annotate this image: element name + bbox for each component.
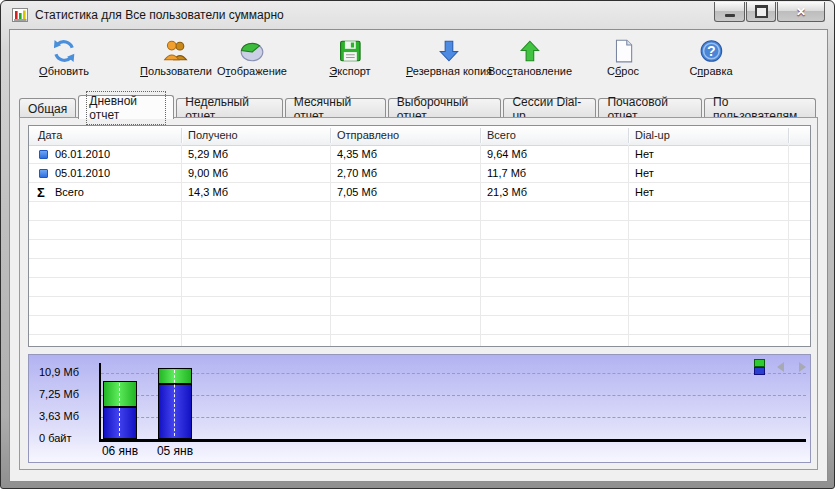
table-header: Дата Получено Отправлено Всего Dial-up xyxy=(29,126,810,146)
chart-gridline xyxy=(101,373,806,374)
cell-received: 14,3 Мб xyxy=(188,183,228,202)
cell-sent: 7,05 Мб xyxy=(337,183,377,202)
y-tick-label: 10,9 Мб xyxy=(39,366,99,378)
toolbar-label: Восстановление xyxy=(488,65,572,77)
toolbar-label: Пользователи xyxy=(140,65,212,77)
app-window: Статистика для Все пользователи суммарно… xyxy=(0,0,835,489)
stacked-bar[interactable] xyxy=(103,381,137,439)
chart-gridline xyxy=(101,417,806,418)
users-button[interactable]: Пользователи xyxy=(134,35,218,80)
cell-date: 05.01.2010 xyxy=(55,164,110,183)
display-button[interactable]: Отображение xyxy=(211,35,293,80)
received-segment xyxy=(158,384,192,439)
cell-dialup: Нет xyxy=(635,183,654,202)
export-button[interactable]: Экспорт xyxy=(323,35,376,80)
chart-prev-arrow[interactable] xyxy=(777,362,784,372)
tab-obschaya[interactable]: Общая xyxy=(19,98,76,118)
toolbar-label: Резервная копия xyxy=(406,65,492,77)
chart-gridline xyxy=(101,395,806,396)
toolbar-label: Экспорт xyxy=(329,65,370,77)
column-header-dialup[interactable]: Dial-up xyxy=(635,126,670,145)
sent-segment xyxy=(103,381,137,407)
cell-total: 9,64 Мб xyxy=(487,145,527,164)
received-segment xyxy=(103,407,137,439)
window-title: Статистика для Все пользователи суммарно xyxy=(35,8,284,22)
svg-text:?: ? xyxy=(707,43,716,59)
maximize-button[interactable] xyxy=(746,2,776,22)
x-axis-label: 05 янв xyxy=(147,444,203,458)
floppy-icon xyxy=(337,38,363,64)
tab-hourly-report[interactable]: Почасовой отчет xyxy=(598,98,702,118)
cell-date: Всего xyxy=(55,183,84,202)
column-header-total[interactable]: Всего xyxy=(487,126,516,145)
y-tick-label: 7,25 Мб xyxy=(39,388,99,400)
users-icon xyxy=(163,38,189,64)
x-axis-label: 06 янв xyxy=(92,444,148,458)
blue-square-icon xyxy=(39,169,48,178)
tab-strip: Общая Дневной отчет Недельный отчет Меся… xyxy=(19,94,818,118)
minimize-icon xyxy=(725,14,735,17)
bar-chart-icon xyxy=(12,7,28,23)
table-row-total[interactable]: Σ Всего 14,3 Мб 7,05 Мб 21,3 Мб Нет xyxy=(29,183,810,202)
toolbar-label: Обновить xyxy=(39,65,89,77)
window-controls: ✕ xyxy=(713,2,825,22)
toolbar: Обновить Пользователи Отображение xyxy=(10,30,827,92)
table-row[interactable]: 06.01.2010 5,29 Мб 4,35 Мб 9,64 Мб Нет xyxy=(29,145,810,164)
cell-received: 9,00 Мб xyxy=(188,164,228,183)
cell-sent: 2,70 Мб xyxy=(337,164,377,183)
blank-page-icon xyxy=(610,38,636,64)
column-divider[interactable] xyxy=(330,128,332,143)
y-tick-label: 0 байт xyxy=(39,432,99,444)
tab-by-users[interactable]: По пользователям xyxy=(704,98,816,118)
help-icon: ? xyxy=(698,38,724,64)
minimize-button[interactable] xyxy=(714,2,745,22)
cell-date: 06.01.2010 xyxy=(55,145,110,164)
traffic-chart: 10,9 Мб7,25 Мб3,63 Мб0 байт06 янв05 янв xyxy=(28,354,811,463)
column-divider[interactable] xyxy=(181,128,183,143)
tab-weekly-report[interactable]: Недельный отчет xyxy=(176,98,282,118)
tab-dialup-sessions[interactable]: Сессии Dial-up xyxy=(503,98,596,118)
toolbar-label: Сброс xyxy=(607,65,639,77)
toolbar-label: Справка xyxy=(689,65,732,77)
help-button[interactable]: ? Справка xyxy=(683,35,738,80)
blue-square-icon xyxy=(39,150,48,159)
tab-content-pane: Дата Получено Отправлено Всего Dial-up xyxy=(19,117,818,470)
reset-button[interactable]: Сброс xyxy=(601,35,645,80)
sigma-icon: Σ xyxy=(37,183,45,202)
down-arrow-icon xyxy=(436,38,462,64)
title-bar[interactable]: Статистика для Все пользователи суммарно xyxy=(1,1,834,28)
bar-centerline xyxy=(119,383,120,436)
restore-button[interactable]: Восстановление xyxy=(482,35,578,80)
stacked-bar[interactable] xyxy=(158,368,192,439)
close-icon: ✕ xyxy=(796,6,806,18)
pie-chart-icon xyxy=(239,38,265,64)
report-table: Дата Получено Отправлено Всего Dial-up xyxy=(28,125,811,347)
cell-total: 11,7 Мб xyxy=(487,164,526,183)
legend-sent-swatch xyxy=(754,359,765,367)
tab-daily-report[interactable]: Дневной отчет xyxy=(78,95,174,119)
cell-received: 5,29 Мб xyxy=(188,145,228,164)
column-header-received[interactable]: Получено xyxy=(188,126,238,145)
chart-legend-icon xyxy=(754,359,765,375)
tab-custom-report[interactable]: Выборочный отчет xyxy=(388,98,502,118)
column-divider[interactable] xyxy=(480,128,482,143)
cell-dialup: Нет xyxy=(635,164,654,183)
column-header-sent[interactable]: Отправлено xyxy=(337,126,399,145)
close-button[interactable]: ✕ xyxy=(777,2,825,22)
table-row[interactable]: 05.01.2010 9,00 Мб 2,70 Мб 11,7 Мб Нет xyxy=(29,164,810,183)
column-header-date[interactable]: Дата xyxy=(38,126,62,145)
y-tick-label: 3,63 Мб xyxy=(39,410,99,422)
cell-sent: 4,35 Мб xyxy=(337,145,377,164)
chart-next-arrow[interactable] xyxy=(799,362,806,372)
x-axis xyxy=(99,439,806,442)
client-area: Обновить Пользователи Отображение xyxy=(9,29,828,482)
bar-centerline xyxy=(174,370,175,436)
toolbar-label: Отображение xyxy=(217,65,287,77)
tab-monthly-report[interactable]: Месячный отчет xyxy=(285,98,386,118)
refresh-icon xyxy=(51,38,77,64)
column-divider[interactable] xyxy=(788,128,790,143)
sent-segment xyxy=(158,368,192,384)
column-divider[interactable] xyxy=(628,128,630,143)
maximize-icon xyxy=(755,5,768,18)
refresh-button[interactable]: Обновить xyxy=(33,35,95,80)
